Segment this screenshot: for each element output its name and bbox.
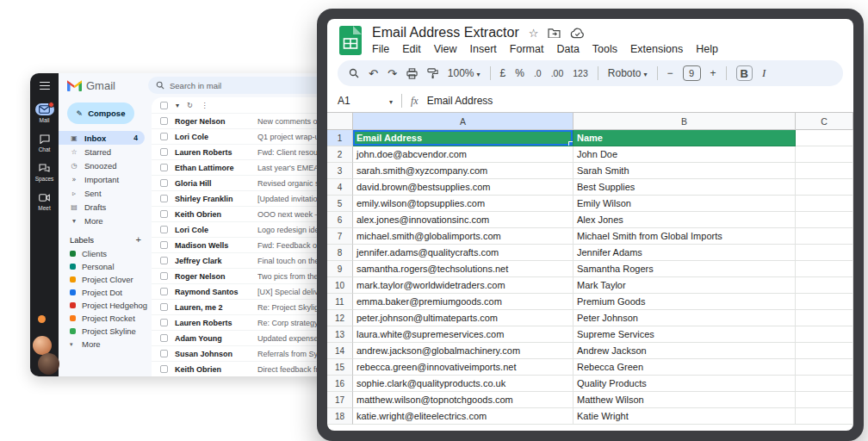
number-format-button[interactable]: 123 — [573, 68, 588, 78]
sidebar-item-drafts[interactable]: ▤Drafts — [59, 200, 145, 214]
cell-A6[interactable]: alex.jones@innovationsinc.com — [353, 212, 574, 228]
cell-A3[interactable]: sarah.smith@xyzcompany.com — [353, 163, 574, 179]
decrease-font-size-button[interactable]: − — [667, 67, 673, 79]
cell-B14[interactable]: Andrew Jackson — [574, 343, 796, 359]
font-select[interactable]: Roboto — [608, 67, 648, 79]
email-checkbox[interactable] — [160, 288, 168, 295]
cell-A12[interactable]: peter.johnson@ultimateparts.com — [353, 310, 574, 326]
cell-C10[interactable] — [796, 277, 853, 294]
label-item-project-rocket[interactable]: Project Rocket — [59, 312, 152, 325]
label-item-project-clover[interactable]: Project Clover — [59, 273, 152, 286]
cell-B1[interactable]: Name — [574, 130, 796, 146]
rail-item-chat[interactable]: Chat — [35, 133, 54, 152]
label-item-project-hedgehog[interactable]: Project Hedgehog — [59, 299, 152, 312]
row-header-7[interactable]: 7 — [327, 228, 353, 245]
menu-format[interactable]: Format — [510, 43, 544, 55]
increase-decimal-button[interactable]: .00 — [551, 68, 564, 78]
cell-A15[interactable]: rebecca.green@innovativeimports.net — [353, 359, 574, 376]
cell-A16[interactable]: sophie.clark@qualityproducts.co.uk — [353, 376, 574, 392]
cell-C11[interactable] — [796, 294, 853, 310]
more-options-icon[interactable]: ⋮ — [201, 101, 208, 109]
rail-item-mail[interactable]: Mail — [35, 103, 54, 123]
sidebar-item-important[interactable]: »Important — [59, 172, 145, 186]
row-header-10[interactable]: 10 — [327, 277, 353, 294]
email-checkbox[interactable] — [160, 241, 168, 249]
menu-insert[interactable]: Insert — [470, 43, 497, 55]
row-header-17[interactable]: 17 — [327, 392, 353, 408]
cell-C17[interactable] — [796, 392, 853, 408]
row-header-13[interactable]: 13 — [327, 326, 353, 343]
email-checkbox[interactable] — [160, 334, 168, 342]
select-all-corner[interactable] — [327, 113, 353, 129]
rail-item-meet[interactable]: Meet — [35, 191, 54, 211]
cell-A1[interactable]: Email Address — [353, 130, 574, 146]
row-header-1[interactable]: 1 — [327, 130, 353, 146]
cell-B3[interactable]: Sarah Smith — [574, 163, 796, 179]
cell-C8[interactable] — [796, 245, 853, 261]
move-folder-icon[interactable] — [548, 28, 561, 38]
cell-B11[interactable]: Premium Goods — [574, 294, 796, 310]
cell-A10[interactable]: mark.taylor@worldwidetraders.com — [353, 277, 574, 294]
cell-C16[interactable] — [796, 376, 853, 392]
cell-A14[interactable]: andrew.jackson@globalmachinery.com — [353, 343, 574, 359]
row-header-4[interactable]: 4 — [327, 179, 353, 196]
cell-C14[interactable] — [796, 343, 853, 359]
row-header-14[interactable]: 14 — [327, 343, 353, 359]
cell-A11[interactable]: emma.baker@premiumgoods.com — [353, 294, 574, 310]
cell-A17[interactable]: matthew.wilson@topnotchgoods.com — [353, 392, 574, 408]
cell-C6[interactable] — [796, 212, 853, 228]
cell-B9[interactable]: Samantha Rogers — [574, 261, 796, 277]
rail-item-spaces[interactable]: Spaces — [35, 162, 54, 182]
cell-B6[interactable]: Alex Jones — [574, 212, 796, 228]
menu-help[interactable]: Help — [696, 43, 718, 55]
toolbar-search-icon[interactable] — [349, 68, 359, 78]
cell-C9[interactable] — [796, 261, 853, 277]
refresh-icon[interactable]: ↻ — [187, 101, 193, 109]
menu-file[interactable]: File — [372, 43, 389, 55]
chevron-down-icon[interactable] — [176, 101, 179, 109]
star-icon[interactable]: ☆ — [529, 27, 539, 40]
email-checkbox[interactable] — [160, 133, 168, 140]
label-item-more[interactable]: ▾More — [59, 338, 152, 351]
sidebar-item-snoozed[interactable]: ◷Snoozed — [59, 158, 145, 172]
cell-A13[interactable]: laura.white@supremeservices.com — [353, 326, 574, 343]
row-header-12[interactable]: 12 — [327, 310, 353, 326]
email-checkbox[interactable] — [160, 148, 168, 156]
decrease-decimal-button[interactable]: .0 — [534, 68, 542, 78]
cell-C7[interactable] — [796, 228, 853, 245]
column-header-A[interactable]: A — [353, 113, 574, 129]
percent-format-button[interactable]: % — [515, 67, 524, 79]
cell-B15[interactable]: Rebecca Green — [574, 359, 796, 376]
email-checkbox[interactable] — [160, 164, 168, 171]
email-checkbox[interactable] — [160, 365, 168, 373]
cell-B4[interactable]: Best Supplies — [574, 179, 796, 196]
cell-C15[interactable] — [796, 359, 853, 376]
row-header-8[interactable]: 8 — [327, 245, 353, 261]
email-checkbox[interactable] — [160, 319, 168, 326]
email-checkbox[interactable] — [160, 195, 168, 202]
cell-B7[interactable]: Michael Smith from Global Imports — [574, 228, 796, 245]
sidebar-item-sent[interactable]: ▹Sent — [59, 186, 145, 200]
cell-A18[interactable]: katie.wright@eliteelectrics.com — [353, 408, 574, 425]
cell-A8[interactable]: jennifer.adams@qualitycrafts.com — [353, 245, 574, 261]
italic-button[interactable]: I — [762, 66, 766, 80]
menu-extensions[interactable]: Extensions — [630, 43, 683, 55]
cell-B12[interactable]: Peter Johnson — [574, 310, 796, 326]
select-all-checkbox[interactable] — [160, 102, 168, 109]
row-header-5[interactable]: 5 — [327, 196, 353, 212]
cell-B2[interactable]: John Doe — [574, 146, 796, 163]
email-checkbox[interactable] — [160, 226, 168, 233]
email-checkbox[interactable] — [160, 117, 168, 125]
email-checkbox[interactable] — [160, 350, 168, 357]
cell-B16[interactable]: Quality Products — [574, 376, 796, 392]
increase-font-size-button[interactable]: + — [710, 67, 716, 79]
cell-B8[interactable]: Jennifer Adams — [574, 245, 796, 261]
row-header-18[interactable]: 18 — [327, 408, 353, 425]
cell-A9[interactable]: samantha.rogers@techsolutions.net — [353, 261, 574, 277]
row-header-9[interactable]: 9 — [327, 261, 353, 277]
column-header-C[interactable]: C — [796, 113, 853, 129]
row-header-3[interactable]: 3 — [327, 163, 353, 179]
cell-C13[interactable] — [796, 326, 853, 343]
sidebar-item-starred[interactable]: ☆Starred — [59, 145, 145, 158]
formula-input[interactable]: Email Address — [427, 95, 493, 107]
